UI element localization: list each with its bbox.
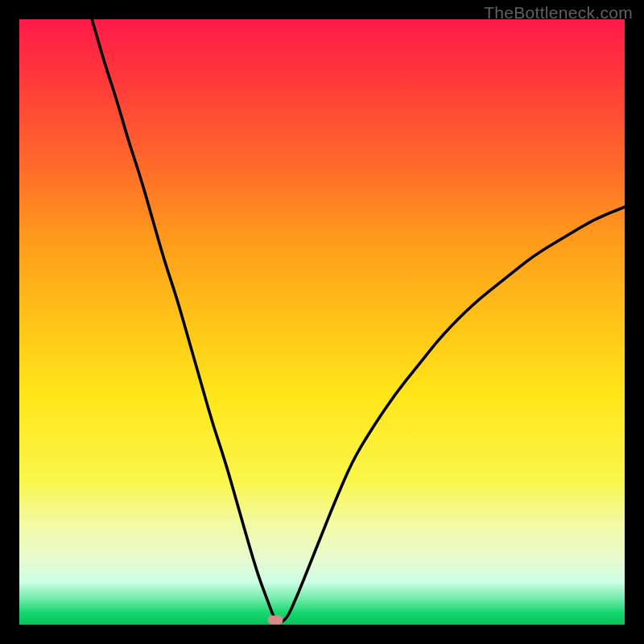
curve-path	[92, 19, 625, 621]
plot-area	[19, 19, 625, 625]
watermark: TheBottleneck.com	[484, 3, 633, 23]
bottleneck-curve	[19, 19, 625, 625]
optimum-marker	[268, 615, 283, 624]
chart-frame: TheBottleneck.com	[0, 0, 644, 644]
